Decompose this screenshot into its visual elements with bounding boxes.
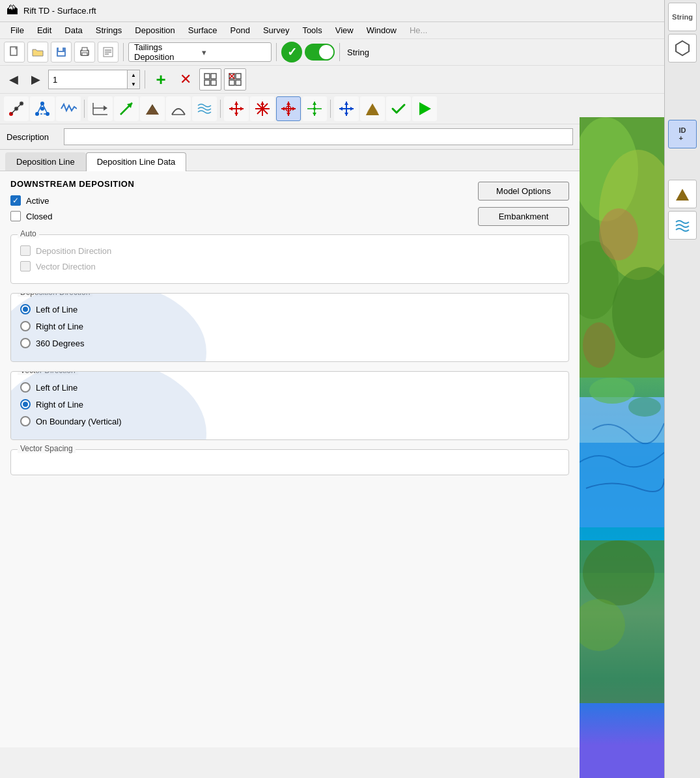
dep-right-of-line-radio[interactable] [20,321,31,331]
confirm-tool[interactable] [386,96,411,121]
draw-node-tool[interactable] [4,96,29,121]
menu-edit[interactable]: Edit [32,23,57,37]
svg-marker-67 [339,107,343,111]
dep-360-degrees-radio[interactable] [20,338,31,348]
deposition-direction-group: Deposition Direction Left of Line Right … [10,293,569,362]
edit-button[interactable] [98,42,119,63]
spin-up-button[interactable]: ▲ [128,70,139,79]
rp-polygon-button[interactable] [668,34,697,63]
auto-group-title: Auto [18,229,39,238]
vec-right-of-line-radio[interactable] [20,399,31,410]
embankment-button[interactable]: Embankment [478,207,569,226]
vec-on-boundary-label: On Boundary (Vertical) [36,417,122,426]
tab-deposition-line[interactable]: Deposition Line [5,152,86,171]
multi-arrow-tool[interactable] [250,96,275,121]
rp-id-plus-button[interactable]: ID+ [668,120,697,148]
vector-direction-group: Vector Direction Left of Line Right of L… [10,371,569,440]
menu-deposition[interactable]: Deposition [130,23,180,37]
rotate-tool[interactable] [302,96,327,121]
curve-tool[interactable] [166,96,191,121]
menu-window[interactable]: Window [361,23,402,37]
draw-multinode-tool[interactable] [30,96,55,121]
rp-mountain-button[interactable] [668,180,697,208]
grid-button-2[interactable] [224,68,246,90]
svg-marker-69 [344,113,348,116]
profile-tool[interactable] [88,96,113,121]
dep-left-of-line-radio[interactable] [20,304,31,314]
svg-rect-20 [236,80,241,85]
mountain-tool[interactable] [360,96,385,121]
open-button[interactable] [27,42,48,63]
number-input[interactable] [49,70,127,89]
svg-marker-68 [350,107,354,111]
svg-marker-45 [229,107,232,111]
nav-forward-button[interactable]: ▶ [26,71,46,88]
nav-back-button[interactable]: ◀ [4,71,23,88]
arrow-tool[interactable] [114,96,139,121]
menu-help[interactable]: He... [404,23,432,37]
app-title: Rift TD - Surface.rft [23,6,96,16]
app-icon: 🏔 [7,4,18,18]
svg-marker-73 [676,41,689,55]
mountain-fill-tool[interactable] [140,96,165,121]
description-row: Description [0,124,580,150]
new-doc-button[interactable] [4,42,25,63]
menu-data[interactable]: Data [59,23,87,37]
auto-vector-direction-label: Vector Direction [36,262,96,271]
run-tool[interactable] [412,96,437,121]
tab-deposition-line-data[interactable]: Deposition Line Data [86,152,187,171]
menu-file[interactable]: File [5,23,29,37]
drawing-separator-2 [220,100,221,118]
menu-survey[interactable]: Survey [258,23,294,37]
section-title: DOWNSTREAM DEPOSITION [10,179,134,189]
print-button[interactable] [74,42,95,63]
toggle-switch[interactable] [305,44,335,61]
vector-spacing-title: Vector Spacing [18,444,76,453]
tab-bar: Deposition Line Deposition Line Data [0,150,580,171]
model-options-button[interactable]: Model Options [478,182,569,201]
toggle-knob [319,45,333,59]
auto-vector-direction-checkbox [20,261,31,271]
active-checkbox-row: ✓ Active [10,195,134,206]
vec-on-boundary-radio[interactable] [20,416,31,426]
menu-tools[interactable]: Tools [297,23,327,37]
drawing-separator-1 [84,100,85,118]
confirm-button[interactable]: ✓ [281,42,302,63]
vec-right-of-line-row: Right of Line [20,399,559,410]
svg-marker-43 [234,102,238,105]
svg-rect-11 [204,74,210,79]
svg-point-28 [40,107,44,111]
svg-point-84 [589,378,635,404]
description-label: Description [7,132,59,142]
string-label: String [347,48,369,57]
dep-360-degrees-label: 360 Degrees [36,339,84,348]
grid-button-1[interactable] [199,68,221,90]
menu-view[interactable]: View [330,23,359,37]
form-panel: DOWNSTREAM DEPOSITION ✓ Active Closed Mo… [0,171,580,747]
menu-strings[interactable]: Strings [91,23,127,37]
svg-point-80 [599,208,638,260]
vec-left-of-line-radio[interactable] [20,382,31,393]
svg-marker-44 [234,113,238,116]
vec-left-of-line-label: Left of Line [36,383,77,393]
rp-stream-button[interactable] [668,211,697,240]
center-move-tool[interactable] [276,96,301,121]
dep-left-of-line-label: Left of Line [36,305,77,314]
save-button[interactable] [51,42,72,63]
node-edit-tool[interactable] [334,96,359,121]
closed-checkbox[interactable] [10,211,21,221]
move-cross-tool[interactable] [224,96,249,121]
svg-marker-54 [287,102,290,105]
tailings-deposition-dropdown[interactable]: Tailings Deposition ▾ [128,42,272,62]
active-checkbox[interactable]: ✓ [10,195,21,206]
active-label: Active [26,196,49,206]
draw-wave-tool[interactable] [56,96,81,121]
menu-surface[interactable]: Surface [183,23,223,37]
description-input[interactable] [64,128,573,145]
vec-left-of-line-row: Left of Line [20,382,559,393]
zigzag-tool[interactable] [192,96,217,121]
menu-pond[interactable]: Pond [225,23,255,37]
delete-button[interactable]: ✕ [175,68,197,90]
spin-down-button[interactable]: ▼ [128,79,139,89]
add-button[interactable]: + [150,68,172,90]
